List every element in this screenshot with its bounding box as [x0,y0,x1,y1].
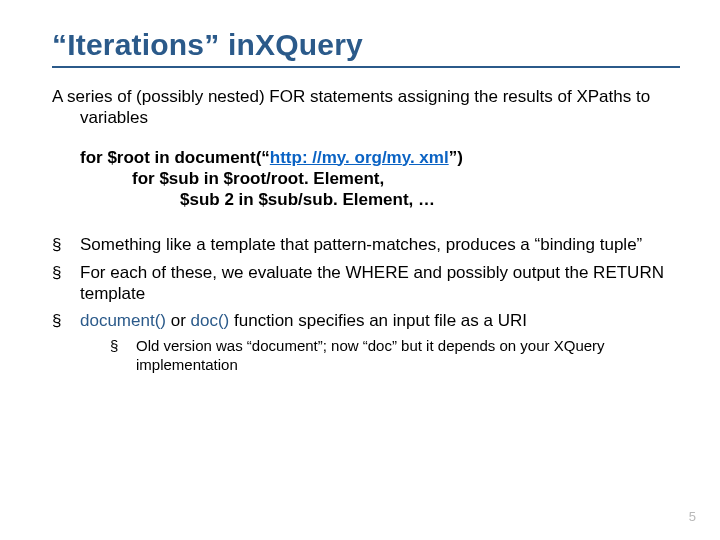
code-line-1-pre: for $root in document(“ [80,148,270,167]
sub-bullet-item: Old version was “document”; now “doc” bu… [110,337,680,375]
bullet-3-post: function specifies an input file as a UR… [229,311,527,330]
bullet-item-1: Something like a template that pattern-m… [52,234,680,255]
code-line-3: $sub 2 in $sub/sub. Element, … [52,189,680,210]
code-line-1: for $root in document(“http: //my. org/m… [52,147,680,168]
title-part-1: “Iterations” in [52,28,255,61]
code-line-2: for $sub in $root/root. Element, [52,168,680,189]
page-number: 5 [689,509,696,524]
code-example: for $root in document(“http: //my. org/m… [52,147,680,211]
slide: “Iterations” inXQuery A series of (possi… [0,0,720,540]
bullet-3-mid: or [166,311,191,330]
title-underline [52,66,680,68]
code-url-link[interactable]: http: //my. org/my. xml [270,148,449,167]
title-part-2: XQuery [255,28,363,61]
document-fn: document() [80,311,166,330]
intro-text: A series of (possibly nested) FOR statem… [52,86,680,129]
intro-line: A series of (possibly nested) FOR statem… [52,86,680,129]
bullet-item-3: document() or doc() function specifies a… [52,310,680,375]
slide-title: “Iterations” inXQuery [52,28,680,62]
code-line-1-post: ”) [449,148,463,167]
doc-fn: doc() [191,311,230,330]
sub-bullet-list: Old version was “document”; now “doc” bu… [80,337,680,375]
slide-body: A series of (possibly nested) FOR statem… [52,86,680,375]
bullet-item-2: For each of these, we evaluate the WHERE… [52,262,680,305]
bullet-list: Something like a template that pattern-m… [52,234,680,375]
